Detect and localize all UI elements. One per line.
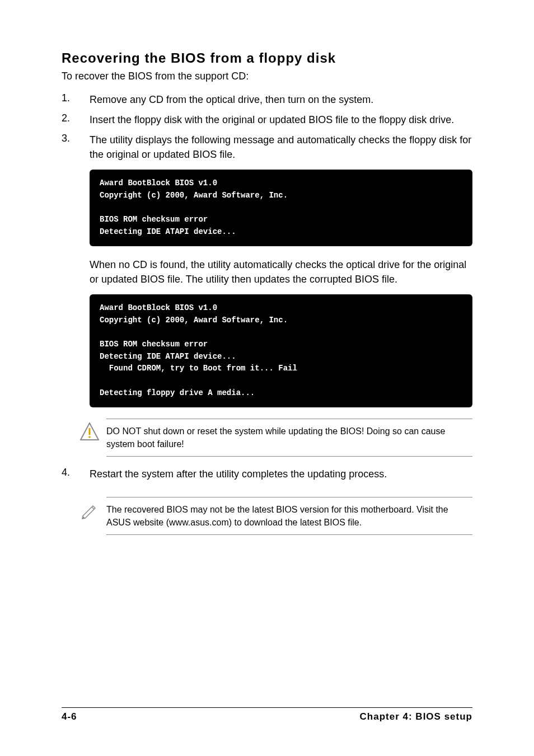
svg-point-1 — [88, 436, 91, 438]
step-text: The utility displays the following messa… — [90, 133, 472, 162]
note-text: The recovered BIOS may not be the latest… — [106, 497, 472, 535]
step-text: Remove any CD from the optical drive, th… — [90, 92, 373, 107]
step-3: 3. The utility displays the following me… — [62, 133, 472, 162]
step-number: 3. — [62, 133, 90, 162]
page-footer: 4-6 Chapter 4: BIOS setup — [62, 707, 472, 722]
warning-icon — [73, 419, 106, 443]
step-text: Restart the system after the utility com… — [90, 467, 387, 481]
step-2: 2. Insert the floppy disk with the origi… — [62, 112, 472, 127]
paragraph-after-code1: When no CD is found, the utility automat… — [90, 257, 472, 287]
terminal-output-1: Award BootBlock BIOS v1.0 Copyright (c) … — [90, 170, 472, 246]
pencil-icon — [73, 497, 106, 522]
step-number: 1. — [62, 92, 90, 107]
section-heading: Recovering the BIOS from a floppy disk — [62, 50, 472, 66]
terminal-output-2: Award BootBlock BIOS v1.0 Copyright (c) … — [90, 294, 472, 407]
chapter-label: Chapter 4: BIOS setup — [360, 711, 472, 722]
step-1: 1. Remove any CD from the optical drive,… — [62, 92, 472, 107]
step-number: 2. — [62, 112, 90, 127]
intro-text: To recover the BIOS from the support CD: — [62, 71, 472, 82]
page-number: 4-6 — [62, 711, 77, 722]
warning-callout: DO NOT shut down or reset the system whi… — [62, 419, 472, 457]
step-number: 4. — [62, 467, 90, 481]
step-4: 4. Restart the system after the utility … — [62, 467, 472, 481]
warning-text: DO NOT shut down or reset the system whi… — [106, 419, 472, 457]
note-callout: The recovered BIOS may not be the latest… — [62, 497, 472, 535]
svg-line-2 — [92, 507, 94, 509]
step-text: Insert the floppy disk with the original… — [90, 112, 454, 127]
